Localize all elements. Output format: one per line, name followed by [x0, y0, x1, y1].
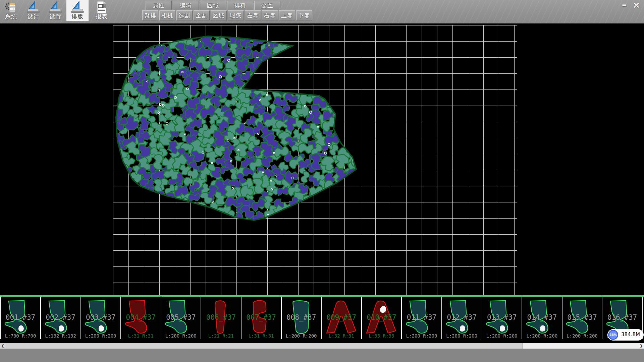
thumbnail-scrollbar[interactable]: ❮ ❯: [0, 343, 644, 349]
main-button-label: 报表: [91, 13, 113, 20]
thumbnail-002_#37[interactable]: 002_#37L:132 R:132: [41, 297, 81, 339]
menu-编辑[interactable]: 编辑: [173, 1, 199, 10]
menu-区域[interactable]: 区域: [200, 1, 226, 10]
minimize-button[interactable]: ▬: [619, 1, 629, 9]
main-toolbar: 系统设计设置排版报表 属性编辑区域排料交互 聚排相机选割全割区域瑕疵左靠右靠上靠…: [0, 0, 644, 23]
piece-name-label: 012_#37: [442, 313, 482, 321]
nesting-canvas[interactable]: [0, 23, 644, 295]
ruler-icon: [48, 1, 62, 14]
menu-交互[interactable]: 交互: [254, 1, 280, 10]
close-button[interactable]: ×: [631, 1, 641, 9]
piece-count-label: L:21 R:21: [201, 333, 241, 339]
piece-count-label: L:200 R:200: [482, 333, 522, 339]
tool-左靠[interactable]: 左靠: [245, 10, 261, 20]
main-button-label: 系统: [0, 13, 22, 20]
thumbnail-003_#37[interactable]: 003_#37L:200 R:200: [81, 297, 121, 339]
piece-name-label: 015_#37: [562, 313, 602, 321]
menu-排料[interactable]: 排料: [227, 1, 253, 10]
tool-下靠[interactable]: 下靠: [296, 10, 312, 20]
tool-聚排[interactable]: 聚排: [142, 10, 158, 20]
piece-name-label: 009_#37: [322, 313, 361, 321]
memory-size-label: 384.8M: [621, 331, 640, 338]
piece-count-label: L:200 R:200: [402, 333, 441, 339]
thumbnail-007_#37[interactable]: 007_#37L:31 R:31: [241, 297, 282, 339]
scroll-left-button[interactable]: ❮: [0, 343, 6, 349]
gear-doc-icon: [4, 1, 18, 14]
thumbnail-013_#37[interactable]: 013_#37L:200 R:200: [482, 297, 522, 339]
main-button-系统[interactable]: 系统: [0, 0, 22, 21]
piece-count-label: L:200 R:200: [161, 333, 201, 339]
thumbnail-015_#37[interactable]: 015_#37L:200 R:200: [562, 297, 602, 339]
thumbnail-012_#37[interactable]: 012_#37L:200 R:200: [442, 297, 482, 339]
tool-右靠[interactable]: 右靠: [262, 10, 278, 20]
piece-name-label: 002_#37: [41, 313, 80, 321]
tool-相机[interactable]: 相机: [159, 10, 175, 20]
tool-上靠[interactable]: 上靠: [279, 10, 295, 20]
menu-bar: 属性编辑区域排料交互: [146, 1, 280, 10]
thumbnail-009_#37[interactable]: 009_#37L:32 R:31: [322, 297, 362, 339]
piece-name-label: 014_#37: [522, 313, 562, 321]
main-button-label: 设计: [22, 13, 44, 20]
pieces-thumbnail-strip: 001_#37L:700 R:700002_#37L:132 R:132003_…: [0, 297, 644, 339]
main-button-label: 排版: [66, 13, 89, 20]
thumbnail-001_#37[interactable]: 001_#37L:700 R:700: [1, 297, 41, 339]
piece-name-label: 003_#37: [81, 313, 120, 321]
piece-count-label: L:33 R:33: [362, 333, 401, 339]
piece-count-label: L:31 R:31: [121, 333, 161, 339]
piece-name-label: 008_#37: [281, 313, 321, 321]
piece-name-label: 007_#37: [241, 313, 281, 321]
main-button-bar: 系统设计设置排版报表: [0, 0, 113, 21]
nested-hide-layout: [0, 23, 644, 295]
tool-选割[interactable]: 选割: [176, 10, 193, 20]
piece-count-label: L:32 R:31: [322, 333, 361, 339]
piece-count-label: L:200 R:200: [281, 333, 321, 339]
piece-name-label: 006_#37: [201, 313, 241, 321]
piece-count-label: L:200 R:200: [442, 333, 482, 339]
piece-count-label: L:200 R:200: [562, 333, 602, 339]
main-button-报表[interactable]: 报表: [91, 0, 113, 21]
thumbnail-010_#37[interactable]: 010_#37L:33 R:33: [362, 297, 402, 339]
main-button-设置[interactable]: 设置: [44, 0, 66, 21]
memory-usage-badge: 38% 384.8M: [607, 329, 644, 341]
piece-name-label: 013_#37: [482, 313, 522, 321]
piece-count-label: L:200 R:200: [522, 333, 562, 339]
piece-count-label: L:31 R:31: [241, 333, 281, 339]
tool-全割[interactable]: 全割: [194, 10, 210, 20]
piece-name-label: 001_#37: [1, 313, 40, 321]
piece-name-label: 010_#37: [362, 313, 401, 321]
piece-count-label: L:700 R:700: [1, 333, 40, 339]
report-icon: [95, 1, 109, 14]
thumbnail-014_#37[interactable]: 014_#37L:200 R:200: [522, 297, 562, 339]
tool-瑕疵[interactable]: 瑕疵: [228, 10, 244, 20]
piece-name-label: 016_#37: [602, 313, 642, 321]
ruler-icon: [26, 1, 40, 14]
scroll-right-button[interactable]: ❯: [638, 343, 644, 349]
ruler-icon: [70, 1, 85, 14]
window-controls: ▬×: [619, 1, 641, 9]
usage-percent-label: 38%: [609, 333, 617, 337]
thumbnail-011_#37[interactable]: 011_#37L:200 R:200: [402, 297, 442, 339]
piece-count-label: L:200 R:200: [81, 333, 120, 339]
thumbnail-004_#37[interactable]: 004_#37L:31 R:31: [121, 297, 161, 339]
piece-name-label: 011_#37: [402, 313, 441, 321]
menu-属性[interactable]: 属性: [146, 1, 172, 10]
main-button-排版[interactable]: 排版: [66, 0, 89, 21]
thumbnail-006_#37[interactable]: 006_#37L:21 R:21: [201, 297, 241, 339]
window-bottom-bar: [0, 349, 644, 362]
usage-percent-indicator: 38%: [608, 330, 618, 340]
piece-count-label: L:132 R:132: [41, 333, 80, 339]
tool-区域[interactable]: 区域: [211, 10, 227, 20]
main-button-label: 设置: [44, 13, 66, 20]
thumbnail-008_#37[interactable]: 008_#37L:200 R:200: [281, 297, 322, 339]
piece-name-label: 004_#37: [121, 313, 161, 321]
tool-button-bar: 聚排相机选割全割区域瑕疵左靠右靠上靠下靠: [142, 10, 312, 20]
piece-name-label: 005_#37: [161, 313, 201, 321]
thumbnail-005_#37[interactable]: 005_#37L:200 R:200: [161, 297, 201, 339]
main-button-设计[interactable]: 设计: [22, 0, 44, 21]
scrollbar-thumb[interactable]: [6, 343, 523, 349]
